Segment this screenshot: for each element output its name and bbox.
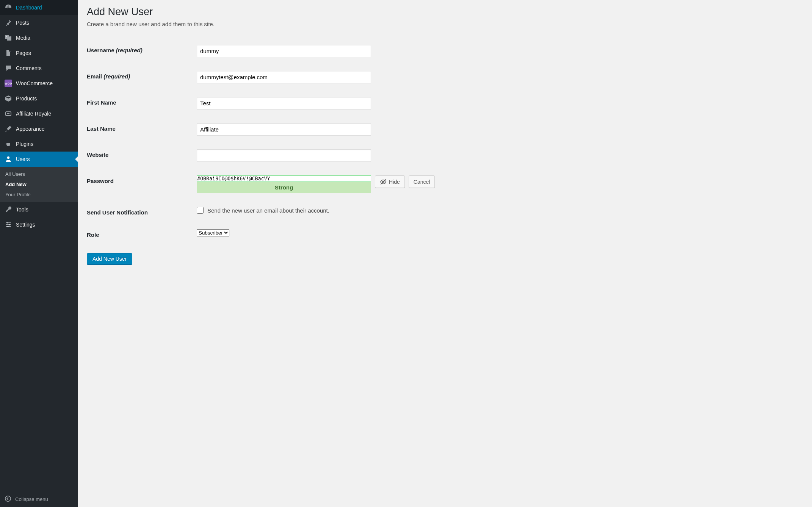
sidebar-item-posts[interactable]: Posts [0, 15, 78, 30]
woocommerce-icon: woo [5, 80, 12, 87]
sidebar-item-label: WooCommerce [16, 80, 53, 86]
sidebar-item-label: Dashboard [16, 5, 42, 11]
dashboard-icon [5, 4, 12, 11]
website-label: Website [87, 149, 197, 158]
affiliate-icon [5, 110, 12, 117]
website-input[interactable] [197, 149, 371, 162]
eye-off-icon [380, 178, 387, 185]
username-label: Username (required) [87, 45, 197, 53]
lastname-label: Last Name [87, 123, 197, 132]
sidebar-item-label: Posts [16, 20, 29, 26]
firstname-input[interactable] [197, 97, 371, 110]
page-title: Add New User [87, 6, 803, 18]
sidebar-item-users[interactable]: Users [0, 152, 78, 167]
users-submenu: All Users Add New Your Profile [0, 167, 78, 202]
role-label: Role [87, 229, 197, 238]
password-input[interactable] [197, 175, 371, 182]
notify-checkbox[interactable] [197, 207, 204, 214]
sidebar-item-media[interactable]: Media [0, 30, 78, 45]
pages-icon [5, 49, 12, 57]
sidebar-item-label: Plugins [16, 141, 33, 147]
pin-icon [5, 19, 12, 27]
sidebar-item-label: Appearance [16, 126, 45, 132]
wrench-icon [5, 206, 12, 213]
svg-point-4 [9, 224, 10, 225]
user-icon [5, 155, 12, 163]
add-new-user-button[interactable]: Add New User [87, 253, 132, 264]
password-label: Password [87, 175, 197, 184]
box-icon [5, 95, 12, 102]
sidebar-item-appearance[interactable]: Appearance [0, 121, 78, 136]
page-intro: Create a brand new user and add them to … [87, 21, 803, 27]
sidebar-item-products[interactable]: Products [0, 91, 78, 106]
svg-point-0 [6, 36, 7, 37]
submenu-add-new[interactable]: Add New [0, 179, 78, 189]
sidebar-item-affiliate-royale[interactable]: Affiliate Royale [0, 106, 78, 121]
collapse-menu[interactable]: Collapse menu [0, 491, 78, 507]
sidebar-item-label: Users [16, 156, 30, 162]
sidebar-item-label: Pages [16, 50, 31, 56]
svg-point-6 [5, 496, 11, 501]
notify-desc: Send the new user an email about their a… [207, 207, 329, 214]
plug-icon [5, 140, 12, 148]
sidebar-item-label: Affiliate Royale [16, 111, 51, 117]
username-input[interactable] [197, 45, 371, 57]
svg-point-3 [6, 222, 8, 224]
cancel-password-button[interactable]: Cancel [409, 175, 435, 188]
email-label: Email (required) [87, 71, 197, 80]
hide-password-button[interactable]: Hide [375, 175, 405, 188]
sidebar-item-pages[interactable]: Pages [0, 45, 78, 61]
sidebar-item-comments[interactable]: Comments [0, 61, 78, 76]
sidebar-item-dashboard[interactable]: Dashboard [0, 0, 78, 15]
sidebar-item-label: Tools [16, 207, 28, 213]
submenu-all-users[interactable]: All Users [0, 169, 78, 179]
media-icon [5, 34, 12, 42]
sidebar-item-tools[interactable]: Tools [0, 202, 78, 217]
sidebar-item-woocommerce[interactable]: woo WooCommerce [0, 76, 78, 91]
submenu-your-profile[interactable]: Your Profile [0, 189, 78, 200]
sidebar-item-settings[interactable]: Settings [0, 217, 78, 232]
lastname-input[interactable] [197, 123, 371, 136]
password-strength: Strong [197, 182, 371, 193]
sidebar-item-label: Media [16, 35, 30, 41]
svg-point-5 [7, 226, 9, 227]
sidebar-item-label: Settings [16, 222, 35, 228]
svg-point-2 [7, 156, 9, 159]
main-content: Add New User Create a brand new user and… [78, 0, 812, 507]
sliders-icon [5, 221, 12, 228]
admin-sidebar: Dashboard Posts Media Pages Comments woo… [0, 0, 78, 507]
sidebar-item-label: Comments [16, 65, 42, 71]
sidebar-item-plugins[interactable]: Plugins [0, 136, 78, 152]
email-input[interactable] [197, 71, 371, 83]
collapse-label: Collapse menu [15, 496, 48, 502]
comments-icon [5, 64, 12, 72]
notify-label: Send User Notification [87, 207, 197, 216]
brush-icon [5, 125, 12, 133]
sidebar-item-label: Products [16, 95, 37, 102]
collapse-icon [5, 495, 11, 503]
role-select[interactable]: Subscriber [197, 229, 229, 236]
firstname-label: First Name [87, 97, 197, 106]
